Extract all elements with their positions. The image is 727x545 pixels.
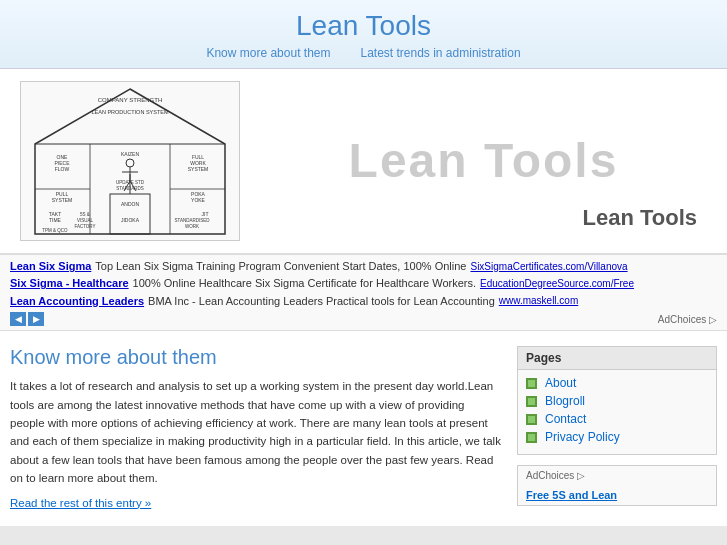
ad-small-link-1[interactable]: SixSigmaCertificates.com/Villanova <box>470 260 627 274</box>
svg-text:VISUAL: VISUAL <box>77 218 94 223</box>
svg-text:SYSTEM: SYSTEM <box>188 166 209 172</box>
bullet-icon-privacy <box>526 432 537 443</box>
svg-text:TIME: TIME <box>49 217 62 223</box>
svg-text:ANDON: ANDON <box>121 201 139 207</box>
svg-text:LEAN PRODUCTION SYSTEM: LEAN PRODUCTION SYSTEM <box>91 109 168 115</box>
main-content: Know more about them It takes a lot of r… <box>0 331 727 526</box>
sidebar-link-about[interactable]: About <box>545 376 576 390</box>
lean-house-diagram: COMPANY STRENGTH LEAN PRODUCTION SYSTEM … <box>20 81 240 241</box>
hero-small-text: Lean Tools <box>583 205 698 231</box>
nav-link-latest[interactable]: Latest trends in administration <box>360 46 520 60</box>
svg-text:JIDOKA: JIDOKA <box>121 217 140 223</box>
bullet-icon-contact <box>526 414 537 425</box>
ad-text-3: BMA Inc - Lean Accounting Leaders Practi… <box>148 294 495 309</box>
svg-text:5S &: 5S & <box>80 212 90 217</box>
sidebar-link-contact[interactable]: Contact <box>545 412 586 426</box>
svg-text:YOKE: YOKE <box>191 197 206 203</box>
svg-text:COMPANY STRENGTH: COMPANY STRENGTH <box>98 97 162 103</box>
nav-link-know[interactable]: Know more about them <box>206 46 330 60</box>
ad-nav: ◀ ▶ AdChoices ▷ <box>10 312 717 326</box>
svg-text:STANDARDS: STANDARDS <box>116 186 143 191</box>
sidebar-link-privacy[interactable]: Privacy Policy <box>545 430 620 444</box>
sidebar-item-blogroll: Blogroll <box>526 394 708 408</box>
ad-small-link-3[interactable]: www.maskell.com <box>499 294 578 308</box>
ad-row-3: Lean Accounting Leaders BMA Inc - Lean A… <box>10 294 717 309</box>
hero-section: COMPANY STRENGTH LEAN PRODUCTION SYSTEM … <box>0 69 727 254</box>
sidebar-ad-box: AdChoices ▷ Free 5S and Lean <box>517 465 717 506</box>
pages-title: Pages <box>518 347 716 370</box>
svg-text:FLOW: FLOW <box>55 166 70 172</box>
svg-rect-2 <box>110 194 150 234</box>
lean-house-svg: COMPANY STRENGTH LEAN PRODUCTION SYSTEM … <box>30 84 230 239</box>
ad-row-2: Six Sigma - Healthcare 100% Online Healt… <box>10 276 717 291</box>
ad-text-1: Top Lean Six Sigma Training Program Conv… <box>95 259 466 274</box>
bullet-icon-blogroll <box>526 396 537 407</box>
site-title: Lean Tools <box>0 10 727 42</box>
ad-link-2[interactable]: Six Sigma - Healthcare <box>10 276 129 291</box>
ad-link-1[interactable]: Lean Six Sigma <box>10 259 91 274</box>
ad-text-2: 100% Online Healthcare Six Sigma Certifi… <box>133 276 476 291</box>
site-header: Lean Tools Know more about them Latest t… <box>0 0 727 69</box>
sidebar-item-about: About <box>526 376 708 390</box>
sidebar-link-blogroll[interactable]: Blogroll <box>545 394 585 408</box>
sidebar-adchoices[interactable]: AdChoices ▷ <box>518 466 716 485</box>
ad-small-link-2[interactable]: EducationDegreeSource.com/Free <box>480 277 634 291</box>
read-more-link[interactable]: Read the rest of this entry » <box>10 497 151 509</box>
ad-next-button[interactable]: ▶ <box>28 312 44 326</box>
sidebar-ad-text: Free 5S and Lean <box>518 485 716 505</box>
article-heading: Know more about them <box>10 346 502 369</box>
sidebar-item-contact: Contact <box>526 412 708 426</box>
sidebar-ad-link[interactable]: Free 5S and Lean <box>526 489 617 501</box>
ad-arrows: ◀ ▶ <box>10 312 44 326</box>
svg-text:STANDARDISED: STANDARDISED <box>175 218 211 223</box>
bullet-icon-about <box>526 378 537 389</box>
ad-row-1: Lean Six Sigma Top Lean Six Sigma Traini… <box>10 259 717 274</box>
svg-text:JIT: JIT <box>202 211 209 217</box>
svg-text:FACTORY: FACTORY <box>74 224 95 229</box>
pages-list: About Blogroll Contact Privacy Policy <box>518 370 716 454</box>
svg-text:SYSTEM: SYSTEM <box>52 197 73 203</box>
sidebar-item-privacy: Privacy Policy <box>526 430 708 444</box>
nav-links: Know more about them Latest trends in ad… <box>0 46 727 60</box>
pages-box: Pages About Blogroll Contact <box>517 346 717 455</box>
svg-text:TPM & QCO: TPM & QCO <box>42 228 68 233</box>
svg-point-34 <box>126 159 134 167</box>
adchoices-bar[interactable]: AdChoices ▷ <box>658 314 717 325</box>
ad-link-3[interactable]: Lean Accounting Leaders <box>10 294 144 309</box>
ad-prev-button[interactable]: ◀ <box>10 312 26 326</box>
svg-text:KAIZEN: KAIZEN <box>121 151 139 157</box>
svg-text:WORK: WORK <box>185 224 199 229</box>
article-content: Know more about them It takes a lot of r… <box>10 346 517 516</box>
article-body: It takes a lot of research and analysis … <box>10 377 502 487</box>
sidebar: Pages About Blogroll Contact <box>517 346 717 516</box>
ad-bar: Lean Six Sigma Top Lean Six Sigma Traini… <box>0 254 727 331</box>
hero-text-area: Lean Tools Lean Tools <box>240 81 707 241</box>
hero-big-text: Lean Tools <box>349 132 619 190</box>
